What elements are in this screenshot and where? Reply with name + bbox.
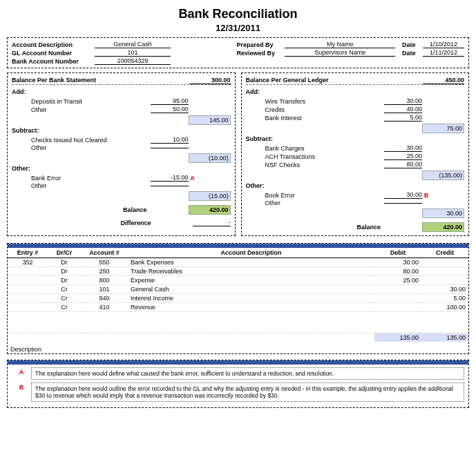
total-debit: 135.00 [374, 333, 421, 342]
bank-sub-desc-1: Other [12, 144, 151, 151]
bank-add-total: 145.00 [189, 115, 231, 125]
date1-value: 1/10/2012 [423, 41, 464, 48]
ledger-sub-amt-1: 25.00 [384, 153, 422, 160]
bank-diff-label: Difference [120, 220, 151, 226]
bank-start: 300.00 [189, 77, 231, 84]
ledger-other-amt-0: 30.00 [384, 191, 422, 199]
ledger-other-desc-0: Book Error [246, 192, 385, 199]
ledger-add-amt-0: 30.00 [384, 97, 422, 105]
th-drcr: Dr/Cr [48, 248, 81, 258]
report-date: 12/31/2011 [7, 23, 469, 33]
th-entry: Entry # [8, 248, 48, 258]
bank-num-value: 100054329 [95, 57, 171, 65]
bank-bal-label: Balance [123, 206, 147, 213]
journal-table: Entry # Dr/Cr Account # Account Descript… [7, 243, 469, 354]
total-credit: 135.00 [421, 333, 468, 342]
ledger-other-label: Other: [246, 182, 465, 189]
date1-label: Date [402, 41, 423, 48]
bank-balance: 420.00 [189, 205, 231, 215]
table-row: Dr250Trade Receivables80.00 [8, 267, 468, 276]
ledger-bal-label: Balance [356, 224, 381, 231]
table-row: Dr800Expense25.00 [8, 276, 468, 285]
ledger-sub-desc-2: NSF Checks [246, 162, 385, 168]
bank-add-desc-1: Other [12, 106, 151, 113]
bank-sub-desc-0: Checks Issued Not Cleared [12, 137, 151, 144]
bank-add-amt-0: 95.00 [151, 97, 189, 105]
bank-other-amt-1 [151, 186, 189, 186]
ledger-add-desc-1: Credits [246, 106, 385, 113]
header-block: Account DescriptionGeneral Cash GL Accou… [7, 37, 469, 68]
ledger-add-desc-2: Bank Interest [246, 115, 385, 122]
bank-add-label: Add: [12, 88, 231, 95]
rev-by-label: Reviewed By [236, 50, 285, 57]
rev-by-value: Supervisors Name [285, 49, 395, 57]
bank-note-a: A [189, 175, 197, 182]
bank-other-label: Other: [12, 165, 231, 172]
ledger-add-desc-0: Wire Transfers [246, 98, 385, 105]
gl-num-value: 101 [95, 49, 171, 57]
note-row: AThe explanation here would define what … [12, 367, 464, 380]
note-key: B [12, 382, 31, 402]
ledger-other-desc-1: Other [246, 200, 385, 206]
table-row: Cr840Interest Income5.00 [8, 294, 468, 303]
bank-panel: Balance Per Bank Statement300.00 Add: De… [7, 72, 236, 236]
ledger-balance: 420.00 [422, 222, 464, 232]
ledger-sub-amt-0: 30.00 [384, 144, 422, 152]
th-desc: Account Description [128, 248, 374, 258]
bank-other-desc-0: Bank Error [12, 175, 151, 182]
journal-desc-label: Description [8, 342, 468, 353]
notes-stripe [8, 360, 468, 365]
th-credit: Credit [421, 248, 468, 258]
ledger-other-amt-1 [384, 203, 422, 204]
prep-by-value: My Name [285, 41, 395, 48]
ledger-sub-desc-1: ACH Transactions [246, 153, 385, 160]
table-row: 352Dr550Bank Expenses30.00 [8, 258, 468, 267]
bank-sub-amt-0: 10.00 [151, 136, 189, 144]
note-row: BThe explanation here would outline the … [12, 382, 464, 402]
note-text: The explanation here would outline the e… [31, 382, 464, 402]
page-title: Bank Reconciliation [7, 7, 469, 21]
bank-other-desc-1: Other [12, 182, 151, 189]
ledger-add-amt-1: 40.00 [384, 106, 422, 113]
ledger-start: 450.00 [423, 77, 464, 84]
bank-sub-label: Subtract: [12, 127, 231, 134]
ledger-note-b: B [422, 192, 430, 199]
gl-num-label: GL Account Number [12, 50, 95, 57]
acct-desc-value: General Cash [95, 41, 171, 48]
ledger-title: Balance Per General Ledger [246, 77, 329, 84]
ledger-sub-amt-2: 80.00 [384, 161, 422, 168]
ledger-sub-desc-0: Bank Charges [246, 145, 385, 152]
prep-by-label: Prepared By [236, 41, 285, 48]
bank-num-label: Bank Account Number [12, 58, 95, 65]
ledger-add-amt-2: 5.00 [384, 114, 422, 122]
ledger-add-label: Add: [246, 88, 465, 95]
bank-title: Balance Per Bank Statement [12, 77, 96, 84]
bank-diff: - [193, 219, 231, 226]
table-row: Cr101General Cash30.00 [8, 285, 468, 294]
ledger-add-total: 75.00 [422, 124, 464, 133]
note-text: The explanation here would define what c… [31, 367, 464, 380]
notes-block: AThe explanation here would define what … [7, 360, 469, 408]
ledger-other-total: 30.00 [422, 208, 464, 218]
acct-desc-label: Account Description [12, 41, 95, 48]
th-debit: Debit [374, 248, 421, 258]
bank-add-amt-1: 50.00 [151, 106, 189, 113]
table-row: Cr410Revenue100.00 [8, 303, 468, 312]
ledger-sub-total: (135.00) [422, 171, 464, 180]
note-key: A [12, 367, 31, 380]
ledger-panel: Balance Per General Ledger450.00 Add: Wi… [241, 72, 470, 236]
bank-add-desc-0: Deposits in Transit [12, 98, 151, 105]
date2-label: Date [402, 50, 423, 57]
th-acct: Account # [81, 248, 128, 258]
date2-value: 1/11/2012 [423, 49, 464, 57]
bank-other-total: (15.00) [189, 191, 231, 201]
bank-other-amt-0: -15.00 [151, 174, 189, 182]
bank-sub-total: (10.00) [189, 153, 231, 163]
ledger-sub-label: Subtract: [246, 135, 465, 142]
bank-sub-amt-1 [151, 148, 189, 148]
